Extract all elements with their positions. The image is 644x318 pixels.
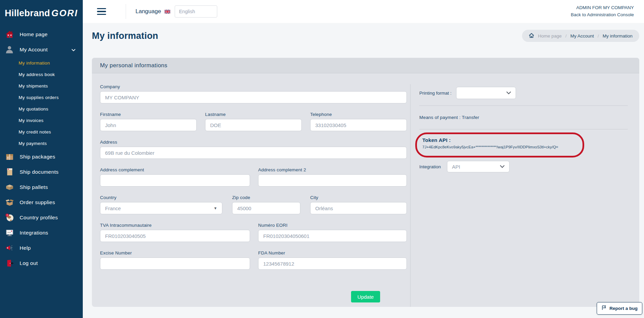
breadcrumb-my-information[interactable]: My information bbox=[602, 33, 633, 39]
language-value: English bbox=[179, 9, 195, 14]
breadcrumb-my-account[interactable]: My Account bbox=[570, 33, 594, 39]
user-icon bbox=[4, 45, 15, 54]
eori-input[interactable] bbox=[258, 230, 407, 242]
sidebar-item-label: Help bbox=[20, 245, 31, 251]
lastname-input[interactable] bbox=[205, 119, 302, 131]
sidebar-subitem-my-address-book[interactable]: My address book bbox=[0, 69, 83, 80]
printing-format-label: Printing format : bbox=[419, 91, 451, 96]
integration-select[interactable]: API bbox=[447, 161, 510, 172]
back-to-admin-link[interactable]: Back to Administration Console bbox=[571, 11, 634, 19]
sidebar-subitem-my-information[interactable]: My information bbox=[0, 57, 83, 69]
home-icon bbox=[4, 30, 15, 39]
sidebar-item-my-account[interactable]: My Account bbox=[0, 42, 83, 57]
main-content: My information Home page / My Account / … bbox=[83, 23, 644, 318]
sidebar-subitem-my-supplies-orders[interactable]: My supplies orders bbox=[0, 92, 83, 103]
printing-format-select[interactable] bbox=[456, 87, 516, 99]
report-bug-button[interactable]: Report a bug bbox=[597, 302, 642, 315]
bug-icon bbox=[601, 305, 607, 312]
brand-name: Hillebrand bbox=[5, 8, 50, 18]
sidebar-item-order-supplies[interactable]: Order supplies bbox=[0, 195, 83, 210]
envelope-icon bbox=[4, 167, 15, 176]
menu-icon[interactable] bbox=[97, 8, 106, 15]
subitem-label: My invoices bbox=[19, 118, 44, 123]
dropdown-arrow-icon: ▼ bbox=[214, 206, 217, 210]
subitem-label: My payments bbox=[19, 141, 47, 146]
telephone-input[interactable] bbox=[310, 119, 407, 131]
chevron-down-icon bbox=[72, 47, 75, 53]
sidebar-item-ship-documents[interactable]: Ship documents bbox=[0, 164, 83, 179]
sidebar-item-label: Log out bbox=[20, 260, 38, 266]
package-icon bbox=[4, 152, 15, 161]
subitem-label: My information bbox=[19, 60, 50, 66]
sidebar-item-ship-pallets[interactable]: Ship pallets bbox=[0, 179, 83, 195]
country-select[interactable]: France ▼ bbox=[100, 202, 222, 214]
page-title: My information bbox=[92, 31, 158, 41]
address-input[interactable] bbox=[100, 147, 407, 159]
firstname-input[interactable] bbox=[100, 119, 197, 131]
address-label: Address bbox=[100, 140, 407, 145]
sidebar-item-log-out[interactable]: Log out bbox=[0, 255, 83, 271]
sidebar-item-label: Ship documents bbox=[20, 169, 58, 175]
subitem-label: My supplies orders bbox=[19, 95, 59, 100]
telephone-label: Telephone bbox=[310, 112, 407, 117]
brand-name-gori: GORI bbox=[51, 8, 78, 18]
integration-label: Integration bbox=[419, 164, 441, 169]
card-body: Company Firstname Lastname Telephone bbox=[92, 73, 639, 307]
sidebar-item-ship-packages[interactable]: Ship packages bbox=[0, 149, 83, 164]
language-label: Language bbox=[135, 8, 161, 15]
excise-number-label: Excise Number bbox=[100, 250, 250, 255]
open-box-icon bbox=[4, 198, 15, 207]
excise-number-input[interactable] bbox=[100, 258, 250, 270]
lastname-label: Lastname bbox=[205, 112, 302, 117]
sidebar-subitem-my-shipments[interactable]: My shipments bbox=[0, 80, 83, 92]
sidebar-item-label: Home page bbox=[20, 31, 48, 38]
admin-label: ADMIN FOR MY COMPANY bbox=[571, 4, 634, 11]
company-label: Company bbox=[100, 84, 407, 89]
sidebar-item-label: Ship pallets bbox=[20, 184, 48, 190]
subitem-label: My quotations bbox=[19, 106, 48, 112]
city-input[interactable] bbox=[310, 202, 407, 214]
sidebar-item-home-page[interactable]: Home page bbox=[0, 27, 83, 42]
sidebar-subitem-my-quotations[interactable]: My quotations bbox=[0, 103, 83, 115]
update-button[interactable]: Update bbox=[351, 291, 380, 302]
personal-info-card: My personal informations Company Firstna… bbox=[92, 58, 639, 307]
integration-value: API bbox=[452, 164, 460, 170]
breadcrumb-home[interactable]: Home page bbox=[538, 33, 562, 39]
form-column: Company Firstname Lastname Telephone bbox=[92, 84, 410, 307]
address-complement-input[interactable] bbox=[100, 174, 250, 187]
language-select[interactable]: English bbox=[175, 5, 217, 18]
eori-label: Numéro EORI bbox=[258, 223, 407, 228]
sidebar-item-help[interactable]: Help bbox=[0, 240, 83, 255]
sidebar-item-integrations[interactable]: www Integrations bbox=[0, 225, 83, 240]
sidebar-item-label: Order supplies bbox=[20, 199, 55, 205]
address-complement-label: Address complement bbox=[100, 167, 250, 172]
country-label: Country bbox=[100, 195, 222, 200]
subitem-label: My credit notes bbox=[19, 129, 51, 134]
fda-number-input[interactable] bbox=[258, 258, 407, 270]
monitor-icon: www bbox=[4, 228, 15, 237]
sidebar-item-country-profiles[interactable]: Country profiles bbox=[0, 210, 83, 225]
globe-icon bbox=[4, 213, 15, 222]
tva-input[interactable] bbox=[100, 230, 250, 242]
zip-code-label: Zip code bbox=[232, 195, 300, 200]
sidebar-subitem-my-credit-notes[interactable]: My credit notes bbox=[0, 126, 83, 138]
zip-code-input[interactable] bbox=[232, 202, 300, 214]
subitem-label: My address book bbox=[19, 72, 55, 77]
pallet-icon bbox=[4, 182, 15, 192]
megaphone-icon bbox=[4, 244, 15, 252]
sidebar-subitem-my-invoices[interactable]: My invoices bbox=[0, 115, 83, 126]
breadcrumb-separator: / bbox=[565, 33, 567, 39]
chevron-down-icon bbox=[506, 92, 511, 94]
city-label: City bbox=[310, 195, 407, 200]
address-complement2-input[interactable] bbox=[258, 174, 407, 187]
company-input[interactable] bbox=[100, 91, 407, 103]
sidebar-subitem-my-payments[interactable]: My payments bbox=[0, 138, 83, 149]
uk-flag-icon bbox=[165, 10, 170, 14]
breadcrumb: Home page / My Account / My information bbox=[522, 30, 639, 42]
top-bar: Language English ADMIN FOR MY COMPANY Ba… bbox=[83, 0, 644, 23]
report-bug-label: Report a bug bbox=[610, 306, 638, 311]
fda-number-label: FDA Number bbox=[258, 250, 407, 255]
token-api-label: Token API : bbox=[422, 137, 580, 143]
breadcrumb-separator: / bbox=[598, 33, 599, 39]
door-icon bbox=[4, 259, 15, 268]
